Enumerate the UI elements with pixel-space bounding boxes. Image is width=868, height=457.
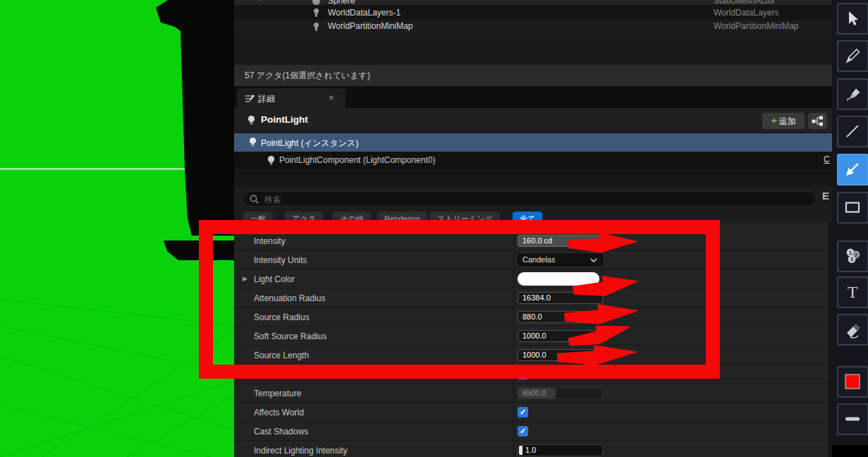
component-tree-row-lightcomponent[interactable]: PointLightComponent (LightComponent0) C (234, 152, 832, 169)
spinbox-fill (519, 446, 522, 455)
counter-tool[interactable]: 123 (837, 240, 868, 272)
property-label: Source Length (254, 351, 309, 360)
actor-pin-icon (312, 8, 321, 18)
property-checkbox[interactable]: ✓ (518, 369, 528, 379)
truncated-edit-link[interactable]: C (824, 154, 830, 164)
ledge-silhouette (164, 240, 234, 260)
property-label: Soft Source Radius (254, 331, 326, 341)
property-label: Affects World (254, 408, 304, 418)
select-tool-icon (843, 9, 862, 28)
pointlight-bulb-icon (247, 115, 256, 126)
panel-gap (234, 169, 832, 186)
browse-blueprint-button[interactable] (808, 113, 827, 129)
property-row-affects-world: Affects World✓ (234, 403, 828, 422)
text-tool-icon: T (843, 283, 862, 302)
line-tool[interactable] (837, 116, 868, 147)
svg-text:1: 1 (849, 250, 852, 256)
intensity-spinbox[interactable]: 160.0 cd (518, 235, 603, 247)
property-row-intensity: Intensity160.0 cd (234, 231, 828, 250)
tab-strip: 詳細 × (234, 86, 832, 108)
property-label: Attenuation Radius (254, 293, 325, 303)
property-label: Indirect Lighting Intensity (254, 446, 348, 456)
property-label: Light Color (254, 274, 295, 284)
property-checkbox[interactable]: ✓ (518, 407, 528, 418)
property-row-intensity-units: Intensity UnitsCandelas (234, 250, 828, 269)
line-width-icon (843, 410, 862, 429)
pillar-silhouette (156, 0, 234, 236)
property-row-attenuation-radius: Attenuation Radius16384.0 (234, 288, 828, 307)
instance-row-label: PointLight (インスタンス) (261, 138, 358, 150)
property-row-hidden: ✓ (234, 365, 828, 384)
outliner-status-bar: 57 アクタ(1個選択されています) (234, 65, 832, 86)
select-tool[interactable] (837, 3, 868, 35)
light-color-swatch[interactable] (518, 272, 599, 286)
counter-tool-icon: 123 (843, 247, 862, 266)
svg-text:3: 3 (850, 256, 854, 262)
intensity-units-dropdown[interactable]: Candelas (518, 254, 603, 266)
sphere-icon (312, 0, 321, 5)
annotation-toolbar: 123T (832, 0, 868, 457)
number-input[interactable]: 1000.0 (518, 330, 603, 342)
truncated-edge-glyph: E (822, 190, 829, 202)
tab-details-label: 詳細 (258, 93, 275, 105)
tab-details[interactable]: 詳細 × (237, 88, 346, 108)
outliner-row-sphere[interactable]: # Sphere StaticMeshActor (234, 0, 832, 5)
property-row-cast-shadows: Cast Shadows✓ (234, 422, 828, 441)
outliner-row-worldpartitionminimap[interactable]: WorldPartitionMiniMap WorldPartitionMini… (234, 20, 832, 33)
outliner-actor-type: WorldDataLayers (714, 8, 778, 18)
number-input[interactable]: 880.0 (518, 311, 594, 323)
property-row-temperature: Temperature6500.0 (234, 384, 828, 403)
rectangle-tool[interactable] (837, 192, 868, 224)
marker-tool[interactable] (837, 78, 868, 110)
property-label: Temperature (254, 389, 301, 398)
search-icon (250, 195, 259, 205)
temperature-slider: 6500.0 (518, 387, 603, 399)
chevron-down-icon (590, 258, 597, 263)
details-header: PointLight +追加 (234, 108, 832, 133)
horizon-line (0, 169, 186, 170)
component-row-label: PointLightComponent (LightComponent0) (279, 155, 435, 165)
svg-text:2: 2 (855, 252, 858, 258)
property-label: Source Radius (254, 312, 310, 322)
line-tool-icon (843, 122, 862, 141)
dropdown-value: Candelas (522, 255, 555, 264)
color-swatch-button[interactable] (837, 366, 868, 398)
number-input[interactable]: 16384.0 (518, 292, 603, 304)
number-input[interactable]: 1.0 (518, 444, 603, 456)
eraser-tool-icon (843, 320, 862, 339)
component-tree-row-instance[interactable]: PointLight (インスタンス) (234, 133, 832, 152)
line-width-button[interactable] (837, 403, 868, 435)
search-zone: 検索 E (234, 186, 832, 212)
pointlight-bulb-icon (248, 137, 257, 148)
property-row-indirect-lighting-intensity: Indirect Lighting Intensity1.0 (234, 441, 828, 457)
tab-close-icon[interactable]: × (329, 92, 334, 103)
expander-icon[interactable]: ▶ (243, 275, 247, 282)
rectangle-tool-icon (843, 198, 862, 217)
search-input[interactable]: 検索 (243, 191, 817, 207)
svg-text:T: T (848, 283, 858, 301)
properties-grid: Intensity160.0 cdIntensity UnitsCandelas… (234, 222, 832, 457)
color-swatch-icon (843, 372, 862, 391)
number-input[interactable]: 1000.0 (518, 349, 603, 361)
property-label: Intensity (254, 236, 286, 246)
pencil-tool[interactable] (837, 40, 868, 72)
arrow-tool-icon (843, 160, 862, 179)
property-label: Intensity Units (254, 255, 307, 265)
viewport-scene (0, 0, 234, 457)
property-row-source-radius: Source Radius880.0 (234, 307, 828, 327)
node-graph-icon (812, 116, 824, 126)
level-viewport-greenscreen[interactable] (0, 0, 234, 457)
add-component-button[interactable]: +追加 (762, 113, 805, 129)
outliner-actor-name: Sphere (328, 0, 355, 5)
toolbar-bottom-strip (832, 445, 868, 457)
selected-actor-title: PointLight (261, 114, 308, 125)
eraser-tool[interactable] (837, 314, 868, 346)
plus-icon: + (771, 115, 776, 126)
reset-to-default-button[interactable] (596, 311, 607, 322)
arrow-tool[interactable] (837, 154, 868, 185)
marker-tool-icon (843, 85, 862, 104)
property-checkbox[interactable]: ✓ (518, 426, 528, 437)
outliner-row-worlddatalayers[interactable]: WorldDataLayers-1 WorldDataLayers (234, 5, 832, 20)
outliner-actor-name: WorldDataLayers-1 (328, 8, 401, 18)
text-tool[interactable]: T (837, 276, 868, 308)
